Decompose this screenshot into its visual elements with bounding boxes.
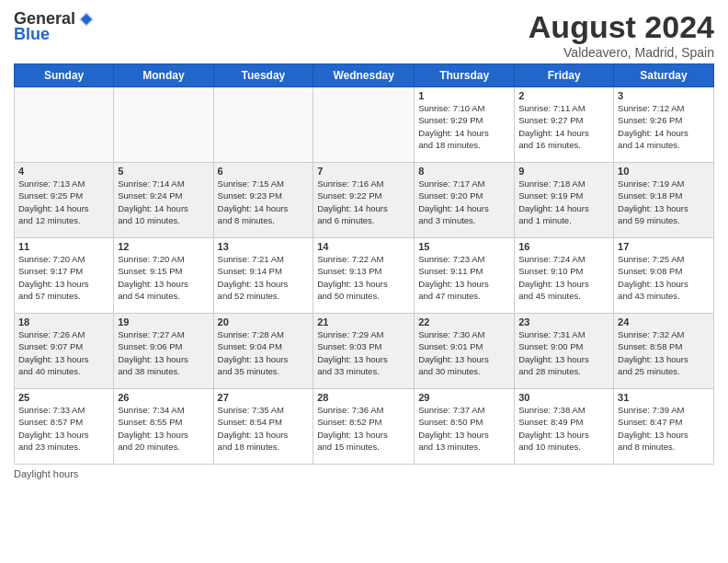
calendar-cell: 31Sunrise: 7:39 AM Sunset: 8:47 PM Dayli…: [614, 389, 714, 465]
day-number: 8: [418, 166, 510, 177]
day-info: Sunrise: 7:10 AM Sunset: 9:29 PM Dayligh…: [418, 102, 510, 151]
day-info: Sunrise: 7:38 AM Sunset: 8:49 PM Dayligh…: [518, 404, 609, 453]
day-info: Sunrise: 7:12 AM Sunset: 9:26 PM Dayligh…: [618, 102, 710, 151]
day-number: 5: [118, 166, 209, 177]
calendar-cell: 17Sunrise: 7:25 AM Sunset: 9:08 PM Dayli…: [614, 238, 714, 314]
day-number: 25: [18, 392, 109, 403]
day-number: 20: [218, 316, 310, 327]
day-info: Sunrise: 7:33 AM Sunset: 8:57 PM Dayligh…: [18, 404, 109, 453]
day-info: Sunrise: 7:32 AM Sunset: 8:58 PM Dayligh…: [618, 328, 710, 377]
footer-text: Daylight hours: [14, 468, 78, 479]
day-info: Sunrise: 7:29 AM Sunset: 9:03 PM Dayligh…: [317, 328, 410, 377]
day-info: Sunrise: 7:36 AM Sunset: 8:52 PM Dayligh…: [317, 404, 410, 453]
subtitle: Valdeavero, Madrid, Spain: [529, 45, 714, 60]
calendar-cell: [114, 87, 213, 163]
calendar-cell: 26Sunrise: 7:34 AM Sunset: 8:55 PM Dayli…: [114, 389, 213, 465]
main-title: August 2024: [529, 9, 714, 45]
calendar-cell: 24Sunrise: 7:32 AM Sunset: 8:58 PM Dayli…: [614, 314, 714, 389]
calendar-cell: 27Sunrise: 7:35 AM Sunset: 8:54 PM Dayli…: [213, 389, 313, 465]
calendar-cell: 14Sunrise: 7:22 AM Sunset: 9:13 PM Dayli…: [313, 238, 415, 314]
day-info: Sunrise: 7:28 AM Sunset: 9:04 PM Dayligh…: [218, 328, 310, 377]
calendar-cell: 22Sunrise: 7:30 AM Sunset: 9:01 PM Dayli…: [415, 314, 515, 389]
day-info: Sunrise: 7:13 AM Sunset: 9:25 PM Dayligh…: [18, 178, 109, 226]
logo: General Blue: [14, 9, 96, 44]
calendar-cell: 28Sunrise: 7:36 AM Sunset: 8:52 PM Dayli…: [313, 389, 415, 465]
day-number: 18: [18, 316, 109, 327]
calendar-week-row: 11Sunrise: 7:20 AM Sunset: 9:17 PM Dayli…: [15, 238, 714, 314]
calendar-cell: 30Sunrise: 7:38 AM Sunset: 8:49 PM Dayli…: [515, 389, 614, 465]
calendar-cell: 3Sunrise: 7:12 AM Sunset: 9:26 PM Daylig…: [614, 87, 714, 163]
day-number: 22: [418, 316, 510, 327]
page-container: General Blue August 2024 Valdeavero, Mad…: [0, 0, 728, 563]
day-info: Sunrise: 7:20 AM Sunset: 9:17 PM Dayligh…: [18, 253, 109, 302]
day-number: 11: [18, 241, 109, 252]
calendar-cell: 6Sunrise: 7:15 AM Sunset: 9:23 PM Daylig…: [213, 163, 313, 238]
calendar-day-header: Monday: [114, 64, 213, 87]
day-number: 29: [418, 392, 510, 403]
calendar-cell: [313, 87, 415, 163]
day-number: 24: [618, 316, 710, 327]
day-number: 3: [618, 90, 710, 101]
day-number: 1: [418, 90, 510, 101]
day-info: Sunrise: 7:15 AM Sunset: 9:23 PM Dayligh…: [218, 178, 310, 226]
day-info: Sunrise: 7:20 AM Sunset: 9:15 PM Dayligh…: [118, 253, 209, 302]
title-area: August 2024 Valdeavero, Madrid, Spain: [529, 9, 714, 60]
day-info: Sunrise: 7:23 AM Sunset: 9:11 PM Dayligh…: [418, 253, 510, 302]
calendar-cell: [15, 87, 114, 163]
calendar-cell: 2Sunrise: 7:11 AM Sunset: 9:27 PM Daylig…: [515, 87, 614, 163]
day-number: 7: [317, 166, 410, 177]
calendar-cell: 12Sunrise: 7:20 AM Sunset: 9:15 PM Dayli…: [114, 238, 213, 314]
day-info: Sunrise: 7:37 AM Sunset: 8:50 PM Dayligh…: [418, 404, 510, 453]
calendar-cell: 11Sunrise: 7:20 AM Sunset: 9:17 PM Dayli…: [15, 238, 114, 314]
calendar-cell: 20Sunrise: 7:28 AM Sunset: 9:04 PM Dayli…: [213, 314, 313, 389]
calendar-cell: 5Sunrise: 7:14 AM Sunset: 9:24 PM Daylig…: [114, 163, 213, 238]
calendar-cell: 19Sunrise: 7:27 AM Sunset: 9:06 PM Dayli…: [114, 314, 213, 389]
day-number: 2: [518, 90, 609, 101]
calendar-week-row: 4Sunrise: 7:13 AM Sunset: 9:25 PM Daylig…: [15, 163, 714, 238]
calendar-table: SundayMondayTuesdayWednesdayThursdayFrid…: [14, 63, 714, 465]
day-number: 12: [118, 241, 209, 252]
calendar-header-row: SundayMondayTuesdayWednesdayThursdayFrid…: [15, 64, 714, 87]
calendar-cell: 29Sunrise: 7:37 AM Sunset: 8:50 PM Dayli…: [415, 389, 515, 465]
calendar-cell: 25Sunrise: 7:33 AM Sunset: 8:57 PM Dayli…: [15, 389, 114, 465]
calendar-cell: 9Sunrise: 7:18 AM Sunset: 9:19 PM Daylig…: [515, 163, 614, 238]
header: General Blue August 2024 Valdeavero, Mad…: [14, 9, 714, 60]
day-info: Sunrise: 7:16 AM Sunset: 9:22 PM Dayligh…: [317, 178, 410, 226]
calendar-day-header: Friday: [515, 64, 614, 87]
calendar-cell: 16Sunrise: 7:24 AM Sunset: 9:10 PM Dayli…: [515, 238, 614, 314]
calendar-day-header: Thursday: [415, 64, 515, 87]
footer-note: Daylight hours: [14, 468, 714, 479]
day-number: 4: [18, 166, 109, 177]
day-number: 23: [518, 316, 609, 327]
calendar-day-header: Saturday: [614, 64, 714, 87]
calendar-week-row: 25Sunrise: 7:33 AM Sunset: 8:57 PM Dayli…: [15, 389, 714, 465]
calendar-cell: 13Sunrise: 7:21 AM Sunset: 9:14 PM Dayli…: [213, 238, 313, 314]
day-info: Sunrise: 7:11 AM Sunset: 9:27 PM Dayligh…: [518, 102, 609, 151]
calendar-cell: 23Sunrise: 7:31 AM Sunset: 9:00 PM Dayli…: [515, 314, 614, 389]
logo-icon: [77, 10, 96, 29]
day-info: Sunrise: 7:34 AM Sunset: 8:55 PM Dayligh…: [118, 404, 209, 453]
day-number: 13: [218, 241, 310, 252]
calendar-cell: 8Sunrise: 7:17 AM Sunset: 9:20 PM Daylig…: [415, 163, 515, 238]
calendar-week-row: 18Sunrise: 7:26 AM Sunset: 9:07 PM Dayli…: [15, 314, 714, 389]
day-info: Sunrise: 7:22 AM Sunset: 9:13 PM Dayligh…: [317, 253, 410, 302]
day-number: 28: [317, 392, 410, 403]
calendar-body: 1Sunrise: 7:10 AM Sunset: 9:29 PM Daylig…: [15, 87, 714, 465]
day-number: 16: [518, 241, 609, 252]
day-info: Sunrise: 7:35 AM Sunset: 8:54 PM Dayligh…: [218, 404, 310, 453]
day-info: Sunrise: 7:26 AM Sunset: 9:07 PM Dayligh…: [18, 328, 109, 377]
day-info: Sunrise: 7:14 AM Sunset: 9:24 PM Dayligh…: [118, 178, 209, 226]
day-info: Sunrise: 7:25 AM Sunset: 9:08 PM Dayligh…: [618, 253, 710, 302]
logo-blue: Blue: [14, 25, 50, 44]
calendar-cell: 4Sunrise: 7:13 AM Sunset: 9:25 PM Daylig…: [15, 163, 114, 238]
calendar-cell: 18Sunrise: 7:26 AM Sunset: 9:07 PM Dayli…: [15, 314, 114, 389]
day-number: 15: [418, 241, 510, 252]
day-number: 14: [317, 241, 410, 252]
day-info: Sunrise: 7:30 AM Sunset: 9:01 PM Dayligh…: [418, 328, 510, 377]
calendar-cell: 15Sunrise: 7:23 AM Sunset: 9:11 PM Dayli…: [415, 238, 515, 314]
calendar-day-header: Sunday: [15, 64, 114, 87]
calendar-day-header: Wednesday: [313, 64, 415, 87]
day-info: Sunrise: 7:18 AM Sunset: 9:19 PM Dayligh…: [518, 178, 609, 226]
day-number: 10: [618, 166, 710, 177]
calendar-week-row: 1Sunrise: 7:10 AM Sunset: 9:29 PM Daylig…: [15, 87, 714, 163]
